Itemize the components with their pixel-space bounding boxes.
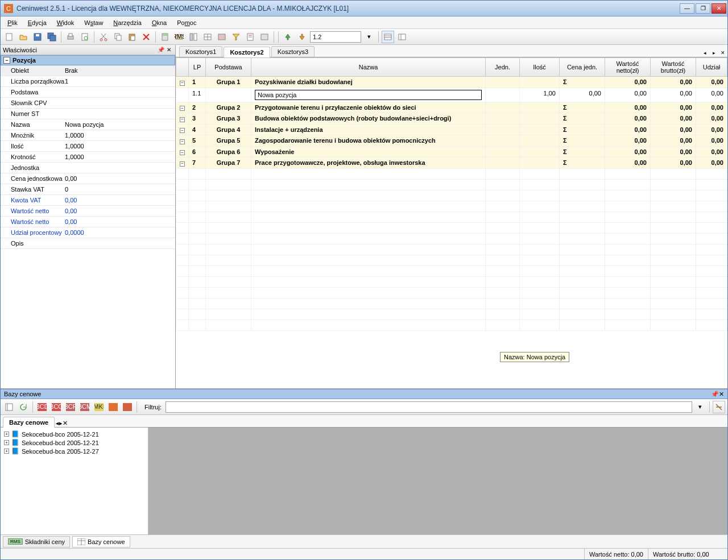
estimate-grid[interactable]: LPPodstawaNazwaJedn.IlośćCena jedn.Warto… xyxy=(176,57,727,388)
preview-button[interactable] xyxy=(78,31,91,43)
property-row[interactable]: Jednostka xyxy=(1,163,175,173)
column-header[interactable]: LP xyxy=(189,58,206,77)
group-row[interactable]: −4Grupa 4Instalacje + urządzeniaΣ0,000,0… xyxy=(176,124,727,135)
property-row[interactable]: Słownik CPV xyxy=(1,98,175,109)
property-row[interactable]: Wartość netto0,00 xyxy=(1,206,175,217)
tab-next-icon[interactable]: ▸ xyxy=(710,49,718,57)
tree-item[interactable]: +📘Sekocebud-bco 2005-12-21 xyxy=(3,430,146,438)
group-row[interactable]: −6Grupa 6WyposażenieΣ0,000,000,00 xyxy=(176,146,727,157)
group-row[interactable]: −1Grupa 1Pozyskiwanie działki budowlanej… xyxy=(176,77,727,88)
dropdown-button[interactable]: ▾ xyxy=(363,31,375,43)
menu-pomoc[interactable]: Pomoc xyxy=(172,18,201,28)
column-header[interactable]: Udział xyxy=(696,58,727,77)
column-header[interactable]: Nazwa xyxy=(251,58,486,77)
property-value[interactable]: 0,00 xyxy=(65,218,173,225)
table2-button[interactable] xyxy=(216,31,228,43)
minimize-button[interactable]: — xyxy=(680,3,694,14)
menu-narzedzia[interactable]: Narzędzia xyxy=(109,18,146,28)
menu-wstaw[interactable]: Wstaw xyxy=(80,18,107,28)
filter-input[interactable] xyxy=(166,401,692,413)
tree-expand-icon[interactable]: + xyxy=(4,449,9,454)
property-row[interactable]: Numer ST xyxy=(1,109,175,119)
move-up-button[interactable] xyxy=(282,31,294,43)
new-doc-button[interactable] xyxy=(3,31,15,43)
property-value[interactable]: 0,00 xyxy=(65,197,173,204)
report-button[interactable] xyxy=(244,31,257,43)
property-row[interactable]: Ilość1,0000 xyxy=(1,141,175,152)
property-value[interactable]: 0,0000 xyxy=(65,229,173,236)
db-ext1-button[interactable] xyxy=(107,401,119,413)
column-header[interactable] xyxy=(176,58,189,77)
tab-prev-icon[interactable]: ◂ xyxy=(701,49,709,57)
tree-item[interactable]: +📘Sekocebud-bca 2005-12-27 xyxy=(3,447,146,455)
copy-button[interactable] xyxy=(111,31,124,43)
close-button[interactable]: ✕ xyxy=(712,3,726,14)
db-mki-button[interactable]: MKI xyxy=(93,401,105,413)
db-bcr-button[interactable]: BCR xyxy=(64,401,77,413)
tab-kosztorys1[interactable]: Kosztorys1 xyxy=(179,46,222,57)
nazwa-edit-input[interactable] xyxy=(255,90,482,100)
property-row[interactable]: Opis xyxy=(1,238,175,249)
maximize-button[interactable]: ❐ xyxy=(696,3,710,14)
open-button[interactable] xyxy=(17,31,30,43)
menu-edycja[interactable]: Edycja xyxy=(23,18,51,28)
pin-icon[interactable]: 📌 xyxy=(157,46,165,54)
property-value[interactable]: 1 xyxy=(65,78,173,85)
property-value[interactable]: 1,0000 xyxy=(65,132,173,139)
tab-close-icon[interactable]: ✕ xyxy=(719,49,727,57)
property-row[interactable]: Udział procentowy0,0000 xyxy=(1,227,175,238)
footer-tab-rms[interactable]: RMS Składniki ceny xyxy=(3,536,70,547)
delete-button[interactable] xyxy=(140,31,152,43)
menu-widok[interactable]: Widok xyxy=(52,18,79,28)
db-bcd-button[interactable]: BCD xyxy=(36,401,48,413)
property-value[interactable]: 0 xyxy=(65,186,173,193)
column-header[interactable]: Wartość netto(zł) xyxy=(605,58,651,77)
db-tree-button[interactable] xyxy=(3,401,15,413)
property-row[interactable]: ObiektBrak xyxy=(1,65,175,76)
position-input[interactable] xyxy=(310,31,361,43)
db-refresh-button[interactable] xyxy=(17,401,30,413)
property-row[interactable]: NazwaNowa pozycja xyxy=(1,119,175,130)
save-button[interactable] xyxy=(31,31,44,43)
bottom-close-icon[interactable]: ✕ xyxy=(719,391,724,398)
view-list-button[interactable] xyxy=(396,31,408,43)
property-row[interactable]: Kwota VAT0,00 xyxy=(1,195,175,206)
expand-icon[interactable]: − xyxy=(180,161,185,167)
property-value[interactable]: 1,0000 xyxy=(65,154,173,160)
bottom-tab-close-icon[interactable]: ✕ xyxy=(63,420,68,427)
expand-icon[interactable]: − xyxy=(180,150,185,155)
property-value[interactable]: Nowa pozycja xyxy=(65,121,173,128)
property-value[interactable]: 0,00 xyxy=(65,175,173,182)
move-down-button[interactable] xyxy=(296,31,308,43)
group-row[interactable]: −7Grupa 7Prace przygotowawcze, projektow… xyxy=(176,157,727,169)
column-header[interactable]: Jedn. xyxy=(486,58,520,77)
properties-section-header[interactable]: − Pozycja xyxy=(1,55,175,65)
props-button[interactable] xyxy=(187,31,200,43)
property-row[interactable]: Podstawa xyxy=(1,87,175,98)
tree-item[interactable]: +📘Sekocebud-bcd 2005-12-21 xyxy=(3,438,146,447)
expand-icon[interactable]: − xyxy=(180,128,185,133)
property-row[interactable]: Mnożnik1,0000 xyxy=(1,130,175,141)
property-value[interactable]: Brak xyxy=(65,67,173,74)
tab-kosztorys3[interactable]: Kosztorys3 xyxy=(271,46,315,57)
tree-expand-icon[interactable]: + xyxy=(4,440,9,445)
tab-kosztorys2[interactable]: Kosztorys2 xyxy=(224,47,270,57)
print-button[interactable] xyxy=(64,31,77,43)
cut-button[interactable] xyxy=(97,31,110,43)
column-header[interactable]: Ilość xyxy=(520,58,560,77)
property-row[interactable]: Liczba porządkowa1 xyxy=(1,76,175,87)
group-row[interactable]: −3Grupa 3Budowa obiektów podstawowych (r… xyxy=(176,113,727,125)
column-header[interactable]: Wartość brutto(zł) xyxy=(651,58,696,77)
filter-dropdown-button[interactable]: ▾ xyxy=(694,401,706,413)
property-row[interactable]: Cena jednostkowa0,00 xyxy=(1,173,175,184)
rms-button[interactable]: RMS xyxy=(173,31,185,43)
db-ext2-button[interactable] xyxy=(121,401,134,413)
bottom-pin-icon[interactable]: 📌 xyxy=(711,391,719,398)
property-value[interactable]: 0,00 xyxy=(65,208,173,214)
property-value[interactable]: 1,0000 xyxy=(65,143,173,150)
group-row[interactable]: −2Grupa 2Przygotowanie terenu i przyłacz… xyxy=(176,102,727,113)
calc-button[interactable] xyxy=(159,31,171,43)
filter-button[interactable] xyxy=(230,31,242,43)
tree-expand-icon[interactable]: + xyxy=(4,432,9,437)
menu-plik[interactable]: Plik xyxy=(3,18,22,28)
